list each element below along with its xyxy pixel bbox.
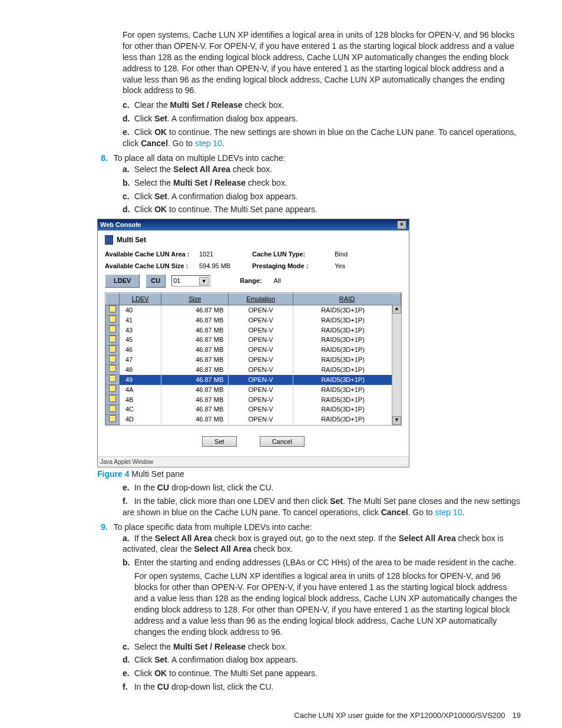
page-footer: Cache LUN XP user guide for the XP12000/…	[41, 710, 521, 721]
table-row[interactable]: 4946.87 MBOPEN-VRAID5(3D+1P)	[106, 375, 401, 385]
step8-c: c. Click Set. A confirmation dialog box …	[123, 191, 521, 202]
table-row[interactable]: 4C46.87 MBOPEN-VRAID5(3D+1P)	[106, 404, 401, 414]
pane-icon	[105, 235, 113, 245]
window-title: Web Console	[100, 220, 141, 229]
table-row[interactable]: 4346.87 MBOPEN-VRAID5(3D+1P)	[106, 325, 401, 335]
table-row[interactable]: 4046.87 MBOPEN-VRAID5(3D+1P)	[106, 305, 401, 315]
table-row[interactable]: 4546.87 MBOPEN-VRAID5(3D+1P)	[106, 335, 401, 345]
ldev-icon	[109, 305, 116, 312]
scroll-down-icon[interactable]: ▼	[392, 416, 401, 425]
range-value: All	[274, 276, 281, 285]
scrollbar[interactable]: ▲ ▼	[392, 305, 401, 424]
step9-a: a. If the Select All Area check box is g…	[123, 533, 521, 555]
intro-paragraph: For open systems, Cache LUN XP identifie…	[123, 29, 521, 96]
link-step-10[interactable]: step 10	[435, 508, 462, 517]
step9-b: b. Enter the starting and ending address…	[123, 557, 521, 568]
step9-d: d. Click Set. A confirmation dialog box …	[123, 654, 521, 666]
type-value: Bind	[335, 250, 370, 259]
area-label: Available Cache LUN Area :	[105, 250, 199, 259]
status-bar: Java Applet Window	[98, 456, 409, 467]
size-label: Available Cache LUN Size :	[105, 262, 199, 271]
type-label: Cache LUN Type:	[252, 250, 335, 259]
ldev-button[interactable]: LDEV	[105, 274, 140, 288]
step8-b: b. Select the Multi Set / Release check …	[123, 177, 521, 189]
table-row[interactable]: 4B46.87 MBOPEN-VRAID5(3D+1P)	[106, 395, 401, 405]
step8-f: f. In the table, click more than one LDE…	[123, 496, 521, 518]
step-9-text: To place specific data from multiple LDE…	[114, 522, 312, 532]
table-row[interactable]: 4146.87 MBOPEN-VRAID5(3D+1P)	[106, 315, 401, 325]
scroll-up-icon[interactable]: ▲	[392, 305, 401, 314]
mode-label: Prestaging Mode :	[252, 262, 335, 271]
col-ldev[interactable]: LDEV	[120, 294, 161, 305]
table-row[interactable]: 4D46.87 MBOPEN-VRAID5(3D+1P)	[106, 414, 401, 424]
ldev-icon	[109, 365, 116, 372]
area-value: 1021	[199, 250, 252, 259]
step8-a: a. Select the Select All Area check box.	[123, 164, 521, 175]
cancel-button[interactable]: Cancel	[260, 436, 305, 447]
step9-e: e. Click OK to continue. The Multi Set p…	[123, 668, 521, 679]
ldev-icon	[109, 315, 116, 322]
ldev-icon	[109, 415, 116, 422]
chevron-down-icon[interactable]: ▼	[199, 277, 209, 285]
size-value: 594.95 MB	[199, 262, 252, 271]
ldev-icon	[109, 395, 116, 402]
col-raid[interactable]: RAID	[293, 294, 401, 305]
step8-e: e. In the CU drop-down list, click the C…	[123, 482, 521, 493]
cu-select[interactable]: 01 ▼	[171, 275, 210, 286]
ldev-icon	[109, 375, 116, 382]
table-row[interactable]: 4A46.87 MBOPEN-VRAID5(3D+1P)	[106, 385, 401, 395]
ldev-icon	[109, 345, 116, 353]
col-size[interactable]: Size	[161, 294, 229, 305]
step9-f: f. In the CU drop-down list, click the C…	[123, 681, 521, 693]
range-label: Range:	[240, 276, 262, 285]
ldev-icon	[109, 355, 116, 363]
table-row[interactable]: 4646.87 MBOPEN-VRAID5(3D+1P)	[106, 345, 401, 355]
step9-paragraph: For open systems, Cache LUN XP identifie…	[134, 571, 521, 637]
step-9-number: 9.	[97, 522, 108, 533]
pane-title: Multi Set	[117, 235, 146, 245]
ldev-table: LDEV Size Emulation RAID 4046.87 MBOPEN-…	[105, 292, 402, 425]
step9-c: c. Select the Multi Set / Release check …	[123, 641, 521, 653]
table-row[interactable]: 4746.87 MBOPEN-VRAID5(3D+1P)	[106, 355, 401, 365]
link-step-10[interactable]: step 10	[195, 139, 222, 148]
step8-d: d. Click OK to continue. The Multi Set p…	[123, 204, 521, 215]
ldev-icon	[109, 385, 116, 392]
cu-button[interactable]: CU	[146, 274, 166, 288]
mode-value: Yes	[335, 262, 370, 271]
substep-e: e. Click OK to continue. The new setting…	[123, 127, 521, 149]
step-8-number: 8.	[97, 153, 108, 164]
step-8-text: To place all data on multiple LDEVs into…	[114, 153, 286, 163]
col-emulation[interactable]: Emulation	[229, 294, 293, 305]
ldev-icon	[109, 405, 116, 412]
close-icon[interactable]: ×	[397, 220, 406, 229]
figure-caption: Figure 4 Multi Set pane	[97, 469, 521, 480]
set-button[interactable]: Set	[202, 436, 237, 447]
ldev-icon	[109, 325, 116, 332]
table-row[interactable]: 4846.87 MBOPEN-VRAID5(3D+1P)	[106, 365, 401, 375]
multi-set-window: Web Console × Multi Set Available Cache …	[97, 219, 409, 467]
substep-d: d. Click Set. A confirmation dialog box …	[123, 113, 521, 124]
ldev-icon	[109, 335, 116, 342]
substep-c: c. Clear the Multi Set / Release check b…	[123, 100, 521, 111]
